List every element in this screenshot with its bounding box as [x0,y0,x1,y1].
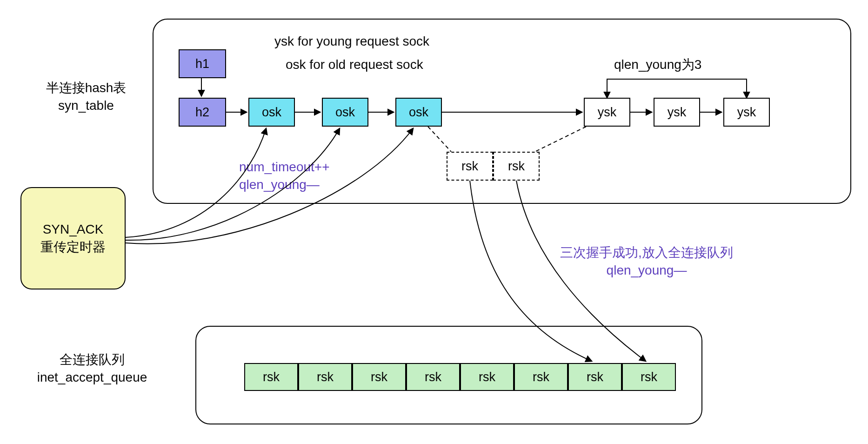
node-h2: h2 [179,98,226,127]
text-osk-desc: osk for old request sock [286,57,423,72]
text-h1: h1 [195,57,209,71]
queue-cell-3: rsk [406,363,460,391]
text-timer-l2: 重传定时器 [40,240,106,254]
queue-cell-7: rsk [622,363,676,391]
box-syn-ack-timer: SYN_ACK 重传定时器 [20,187,126,289]
text-rsk-dash-2: rsk [508,159,525,174]
text-ysk-1: ysk [598,105,617,120]
queue-cell-2: rsk [352,363,406,391]
text-osk-3: osk [409,105,428,120]
label-osk-desc: osk for old request sock [286,56,423,74]
text-qlen-young-dec1: qlen_young— [239,177,320,192]
queue-cell-0-text: rsk [263,370,280,384]
node-h1: h1 [179,49,226,78]
node-osk-1: osk [248,98,295,127]
label-ysk-desc: ysk for young request sock [274,33,429,50]
queue-cell-5-text: rsk [533,370,549,384]
text-num-timeout: num_timeout++ [239,160,330,174]
text-accept-l2: inet_accept_queue [37,370,147,384]
queue-cell-0: rsk [244,363,298,391]
queue-cell-7-text: rsk [641,370,657,384]
node-osk-2: osk [322,98,368,127]
label-qlen-young-3: qlen_young为3 [614,56,701,74]
node-ysk-3: ysk [723,98,770,127]
text-qlen-young-dec2: qlen_young— [607,263,687,277]
text-h2: h2 [195,105,209,120]
text-timer-l1: SYN_ACK [43,222,104,236]
label-handshake-ok: 三次握手成功,放入全连接队列 qlen_young— [526,244,768,279]
text-ysk-3: ysk [737,105,756,120]
queue-cell-4: rsk [460,363,514,391]
queue-cell-1: rsk [298,363,352,391]
queue-cell-6: rsk [568,363,622,391]
text-osk-1: osk [262,105,281,120]
text-qlen-young-3: qlen_young为3 [614,57,701,72]
text-syn-table-l1: 半连接hash表 [46,81,127,95]
queue-cell-4-text: rsk [479,370,495,384]
text-ysk-desc: ysk for young request sock [274,34,429,48]
label-syn-table-title: 半连接hash表 syn_table [23,79,149,114]
text-handshake-ok: 三次握手成功,放入全连接队列 [560,245,733,260]
node-rsk-dash-1: rsk [447,152,493,181]
queue-cell-1-text: rsk [317,370,334,384]
queue-cell-2-text: rsk [371,370,387,384]
text-accept-l1: 全连接队列 [60,352,125,367]
queue-cell-3-text: rsk [425,370,441,384]
text-rsk-dash-1: rsk [461,159,478,174]
text-syn-table-l2: syn_table [58,98,114,113]
text-osk-2: osk [335,105,355,120]
queue-cell-5: rsk [514,363,568,391]
text-ysk-2: ysk [668,105,687,120]
label-accept-title: 全连接队列 inet_accept_queue [8,351,176,386]
node-osk-3: osk [395,98,442,127]
label-num-timeout: num_timeout++ qlen_young— [239,158,330,194]
node-ysk-2: ysk [654,98,700,127]
queue-cell-6-text: rsk [587,370,603,384]
node-ysk-1: ysk [584,98,630,127]
node-rsk-dash-2: rsk [493,152,540,181]
